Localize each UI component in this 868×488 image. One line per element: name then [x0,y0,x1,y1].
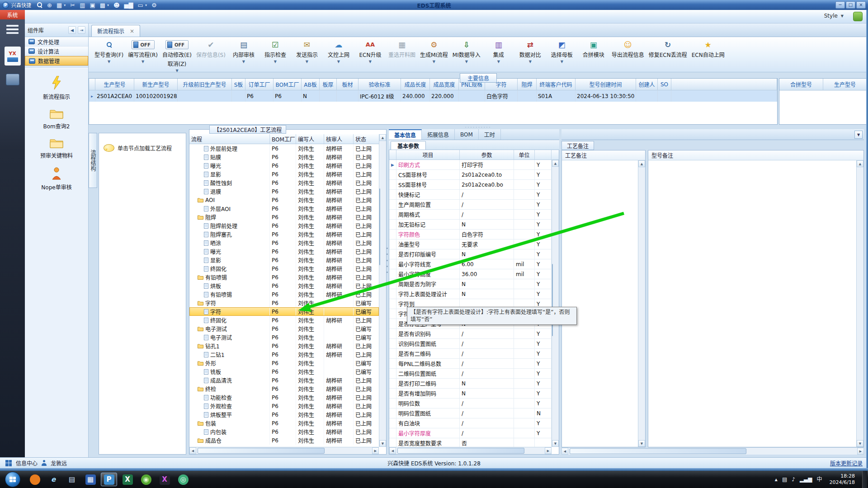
tree-row[interactable]: 终固化P6刘伟生胡桦研已上网 [189,264,379,273]
xshell-icon[interactable]: X [156,473,173,486]
parameter-row[interactable]: 是否有增加阴码NY [389,389,552,399]
chevron-down-icon[interactable]: ▼ [529,60,532,64]
table-cell[interactable] [178,90,232,102]
chevron-down-icon[interactable]: ▼ [337,60,340,64]
scroll-right-icon[interactable]: ▶ [545,447,552,454]
scroll-down-icon[interactable]: ▼ [552,440,559,447]
parameter-row[interactable]: 周期格式/Y [389,210,552,220]
tab-1[interactable]: 拓展信息 [422,129,455,140]
toggle-off-switch[interactable]: OFF [165,40,189,49]
chevron-down-icon[interactable]: ▼ [108,60,110,64]
table-cell[interactable]: P6 [274,90,302,102]
tree-row[interactable]: 贴膜P6刘伟生胡桦研已上网 [189,153,379,161]
ribbon-send-button[interactable]: ✉发送指示▼ [291,40,323,64]
parameter-row[interactable]: 二维码位置图纸/Y [389,369,552,379]
maximize-button[interactable]: □ [846,1,855,9]
chevron-down-icon[interactable]: ▼ [465,60,468,64]
parameter-value[interactable]: 白色字符 [460,230,514,239]
parameter-row[interactable]: 明码位置图纸/N [389,408,552,418]
column-header[interactable]: 生产型号 [95,79,134,90]
table-cell[interactable]: 240.000 [401,90,430,102]
ribbon-ecn-upgrade-button[interactable]: AAECN升级▼ [354,40,386,64]
tree-column-header[interactable]: 流程 [189,134,270,144]
ribbon-save-button[interactable]: ✔保存信息(S) [194,40,228,58]
scrollbar-thumb[interactable] [198,448,325,454]
chevron-down-icon[interactable]: ▼ [497,60,500,64]
ribbon-toggle-button[interactable]: OFF编写流程(R)▼ [126,40,160,64]
tree-vertical-scrollbar[interactable]: ▲ ▼ [379,134,386,447]
parameter-value[interactable]: N [460,389,514,398]
sidebar-tool-0[interactable]: 新流程指示 [43,76,70,100]
column-header[interactable]: 板厚 [320,79,337,90]
parameter-row[interactable]: 油墨型号无要求Y [389,239,552,249]
tree-row[interactable]: 成品仓P6刘伟生胡桦研已上网 [189,436,379,445]
sidebar-item-0[interactable]: 文件处理 [25,37,88,47]
tree-row[interactable]: 烘板整平P6刘伟生胡桦研已上网 [189,410,379,419]
chart-icon[interactable]: ▅▇ [124,2,133,8]
parameter-value[interactable]: 打印字符 [460,160,514,169]
chevron-down-icon[interactable]: ▼ [369,60,372,64]
scroll-left-icon[interactable]: ◀ [189,447,196,454]
parameter-value[interactable]: N [460,279,514,289]
tree-row[interactable]: 字符P6刘伟生已编写 [189,307,379,316]
parameter-value[interactable]: N [460,220,514,229]
tree-row[interactable]: 成品清洗P6刘伟生胡桦研已上网 [189,376,379,385]
column-header[interactable]: 升级前旧生产型号 [178,79,232,90]
tab-0[interactable]: 基本信息 [389,129,422,140]
tree-row[interactable]: 曝光P6刘伟生胡桦研已上网 [189,247,379,256]
model-notes-header[interactable]: 型号备注 [648,150,863,160]
notes-tab[interactable]: 工艺备注 [561,141,594,150]
table-cell[interactable] [232,90,245,102]
parameter-row[interactable]: 明码位数/Y [389,399,552,408]
ribbon-search-button[interactable]: 型号查询(F)▼ [92,40,126,64]
ribbon-merge-module-button[interactable]: ▣合拼模块 [578,40,609,58]
ribbon-button-extra-label[interactable]: 取消(Z) [168,60,187,67]
user-icon[interactable]: ☻ [113,2,120,8]
parameter-value[interactable]: / [460,428,514,438]
horizontal-splitter[interactable] [89,125,868,129]
parameter-row[interactable]: 最小字符高度36.00milY [389,269,552,279]
parameter-row[interactable]: 是否有识别码/Y [389,329,552,339]
start-button[interactable] [5,472,20,487]
column-header[interactable]: AB板 [302,79,320,90]
globe-icon[interactable]: ⊕ [47,2,52,8]
tree-row[interactable]: 外层前处理P6刘伟生胡桦研已上网 [189,144,379,153]
parameter-row[interactable]: 周期是否为阴字NY [389,279,552,289]
table-cell[interactable]: 10010200192879 [134,90,178,102]
column-header[interactable]: 终端客户代码 [537,79,576,90]
scissors-icon[interactable]: ✂ [70,2,75,8]
tree-row[interactable]: 电子测试P6刘伟生已编写 [189,324,379,333]
tree-horizontal-scrollbar[interactable]: ◀ ▶ [189,447,379,454]
table-cell[interactable]: P6 [245,90,274,102]
column-header[interactable]: 创建人 [636,79,658,90]
parameter-value[interactable]: 无要求 [460,239,514,249]
tree-row[interactable]: 外层AOIP6刘伟生胡桦研已上网 [189,204,379,213]
ie-icon[interactable]: e [45,473,61,486]
parameter-value[interactable]: / [460,418,514,428]
tree-row[interactable]: 显影P6刘伟生胡桦研已上网 [189,256,379,264]
parameter-row[interactable]: 有白油块/Y [389,418,552,428]
tree-row[interactable]: 铣板P6刘伟生已编写 [189,367,379,376]
chevron-down-icon[interactable]: ▼ [274,60,277,64]
scroll-up-icon[interactable]: ▲ [638,160,645,167]
close-button[interactable]: × [856,1,866,9]
green-tool-icon[interactable]: ◉ [138,473,154,486]
table-cell[interactable]: S01A [537,90,576,102]
table-cell[interactable] [320,90,337,102]
chevron-down-icon[interactable]: ▼ [142,60,144,64]
tree-row[interactable]: 阻焊塞孔P6刘伟生胡桦研已上网 [189,230,379,239]
parameter-row[interactable]: 是否有二维码/Y [389,349,552,359]
table-cell[interactable]: 2024-06-13 10:30:50 [576,90,636,102]
parameter-row[interactable]: 加无铅标记NY [389,220,552,230]
column-header[interactable]: 订单工厂 [245,79,274,90]
tree-row[interactable]: 显影P6刘伟生胡桦研已上网 [189,170,379,178]
table-cell[interactable]: 2S01A2CEA0 [95,90,134,102]
scroll-up-icon[interactable]: ▲ [552,160,559,167]
chevron-down-icon[interactable]: ▾ [145,3,147,7]
excel-icon[interactable]: X [119,473,136,486]
chevron-down-icon[interactable]: ▼ [854,131,863,139]
chevron-down-icon[interactable]: ▼ [242,60,245,64]
close-icon[interactable]: × [130,28,134,34]
sidebar-tool-3[interactable]: Nope单审核 [41,167,71,191]
column-header[interactable]: 板材 [337,79,359,90]
